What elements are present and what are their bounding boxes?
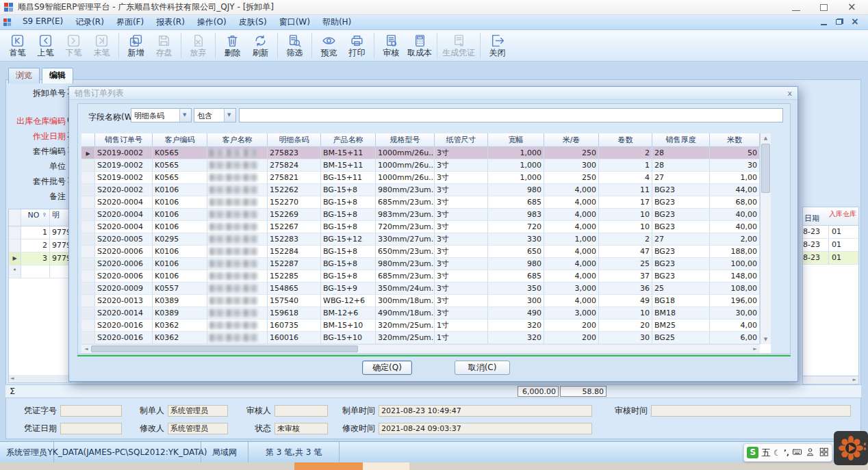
cell: 25 [652,283,710,295]
detail-grid-hscroll-right[interactable]: ► [802,376,859,384]
scroll-up-icon[interactable]: ▲ [761,133,771,143]
cell: 1000mm/26u... [376,172,435,184]
scroll-thumb[interactable] [761,144,770,193]
punctuation-icon[interactable]: ’, [784,449,789,456]
column-header-米数[interactable]: 米数 [710,133,760,147]
toolbar-button-打印[interactable]: 打印 [343,31,371,61]
column-header-产品名称[interactable]: 产品名称 [321,133,376,147]
footer-field-修改时间[interactable]: 2021-08-24 09:03:37 [379,423,592,434]
table-row[interactable]: S2020-0016K0362160016BG-15+10320mm/25um.… [81,332,771,344]
menu-item-2[interactable]: 界面(F) [110,15,150,29]
column-header-宽幅[interactable]: 宽幅 [488,133,544,147]
table-row[interactable]: S2020-0013K0389157540WBG-12+6300mm/18um.… [81,295,771,307]
column-header-纸管尺寸[interactable]: 纸管尺寸 [435,133,488,147]
footer-field-审核时间[interactable] [651,405,851,417]
cell: 11 [599,184,652,196]
table-row[interactable]: S2019-0002K0565275821BG-15+111000mm/26u.… [81,172,771,184]
keyboard-icon[interactable] [792,447,802,459]
toolbar-button-首笔[interactable]: 首笔 [3,31,31,61]
column-header-明细条码[interactable]: 明细条码 [268,133,321,147]
detail-row-right[interactable]: 8-2301 [803,226,858,239]
column-header-销售订单号[interactable]: 销售订单号 [95,133,153,147]
cell: 1,000 [488,159,544,172]
scroll-left-icon[interactable]: ◄ [81,345,91,353]
table-row[interactable]: S2020-0006K0106152285BG-15+8685mm/23um..… [81,270,771,283]
grid-menu-icon[interactable] [819,447,829,459]
person-icon[interactable] [805,447,815,459]
menu-item-5[interactable]: 皮肤(S) [233,15,273,29]
detail-row[interactable]: 297792 [9,239,71,252]
detail-row[interactable]: ▶397792 [9,252,71,265]
menu-item-0[interactable]: S9 ERP(E) [16,15,69,29]
sogou-icon[interactable]: S [747,447,758,458]
ok-button[interactable]: 确定(Q) [362,361,412,375]
table-row[interactable]: S2020-0005K0295152283BG-15+12330mm/27um.… [81,233,771,246]
detail-row-right[interactable]: 8-2301 [803,239,858,252]
row-marker [81,233,95,246]
toolbar-button-上笔[interactable]: 上笔 [31,31,60,61]
minimize-icon[interactable] [791,3,801,12]
table-row[interactable]: S2020-0016K0362160735BM-15+10320mm/25um.… [81,319,771,332]
detail-row-right[interactable]: 8-2301 [803,252,858,265]
toolbar-button-关闭[interactable]: 关闭 [483,31,511,61]
view-tabs: 浏览 编辑 [8,68,75,83]
mdi-close-icon[interactable] [850,18,858,26]
menu-item-7[interactable]: 帮助(H) [316,15,357,29]
column-header-客户编码[interactable]: 客户编码 [153,133,207,147]
table-row[interactable]: S2020-0002K0106152262BG-15+8980mm/23um..… [81,184,771,196]
mdi-restore-icon[interactable] [835,18,843,26]
grid-hscrollbar[interactable]: ◄► [81,344,760,353]
table-row[interactable]: S2020-0006K0106152284BG-15+8650mm/23um..… [81,246,771,258]
table-row[interactable]: S2020-0014K0389159618BM-12+6490mm/18um..… [81,307,771,319]
table-row[interactable]: S2020-0006K0106152287BG-15+8980mm/23um..… [81,258,771,270]
column-header-卷数[interactable]: 卷数 [599,133,652,147]
toolbar-button-预览[interactable]: 预览 [315,31,343,61]
filter-value-input[interactable] [239,108,783,122]
footer-field-制单时间[interactable]: 2021-08-23 10:49:47 [379,405,592,417]
dialog-close-icon[interactable]: x [787,89,792,98]
toolbar-button-删除[interactable]: 删除 [218,31,246,61]
restore-icon[interactable] [819,3,828,12]
operator-select[interactable]: 包含 [194,108,236,122]
cell: 980 [488,258,544,270]
column-header-米/卷[interactable]: 米/卷 [544,133,599,147]
tab-browse[interactable]: 浏览 [8,68,40,83]
menu-item-6[interactable]: 窗口(W) [273,15,316,29]
column-header-客户名称[interactable]: 客户名称 [207,133,268,147]
table-row[interactable]: S2020-0004K0106152269BG-15+8983mm/23um..… [81,209,771,221]
toolbar-button-刷新[interactable]: 刷新 [246,31,275,61]
scroll-right-icon[interactable]: ► [750,345,760,353]
field-name-select[interactable]: 明细条码 [131,108,192,122]
menu-item-3[interactable]: 报表(R) [150,15,191,29]
detail-grid-hscroll-left[interactable]: ◄ [8,375,71,383]
scroll-thumb[interactable] [91,345,358,352]
table-row[interactable]: S2019-0002K0565275823BM-15+111000mm/26u.… [81,147,771,159]
chevron-down-icon[interactable] [224,109,235,122]
cell: BG23 [652,209,710,221]
menu-item-1[interactable]: 记录(R) [69,15,110,29]
recorder-logo[interactable] [834,431,868,465]
mdi-minimize-icon[interactable] [820,18,828,26]
toolbar-button-筛选[interactable]: 筛选 [281,31,309,61]
detail-row[interactable]: 197792 [9,226,71,239]
cancel-button[interactable]: 取消(C) [455,361,510,375]
cell [207,319,268,332]
scroll-down-icon[interactable]: ▼ [761,335,771,344]
table-row[interactable]: S2020-0009K0557154865BG-15+9350mm/24um..… [81,283,771,295]
toolbar-button-新增[interactable]: 新增 [122,31,150,61]
column-header-销售厚度[interactable]: 销售厚度 [652,133,710,147]
table-row[interactable]: S2020-0004K0106152267BG-15+8720mm/23um..… [81,221,771,233]
chevron-down-icon[interactable] [179,109,191,122]
cell: 980 [488,184,544,196]
table-row[interactable]: S2020-0004K0106152270BG-15+8685mm/23um..… [81,196,771,209]
wubi-icon[interactable]: 五 [762,447,771,458]
moon-icon[interactable]: ☾ [774,448,781,458]
table-row[interactable]: S2019-0002K0565275824BM-15+111000mm/26u.… [81,159,771,172]
toolbar-button-取成本[interactable]: 取成本 [405,31,434,61]
tab-edit[interactable]: 编辑 [42,68,73,83]
menu-item-4[interactable]: 操作(O) [191,15,233,29]
toolbar-button-审核[interactable]: 审核 [377,31,405,61]
close-icon[interactable] [846,3,856,12]
column-header-规格型号[interactable]: 规格型号 [376,133,435,147]
grid-vscrollbar[interactable]: ▲▼ [760,133,771,344]
